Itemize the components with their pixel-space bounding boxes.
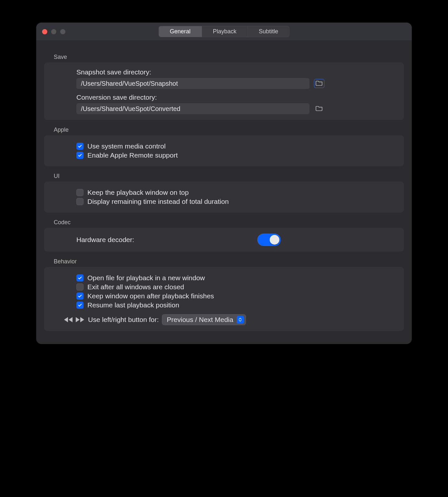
- content-area: Save Snapshot save directory: Conversion…: [36, 41, 412, 344]
- preferences-window: General Playback Subtitle Save Snapshot …: [36, 23, 412, 344]
- checkbox-keep-window-open[interactable]: [76, 293, 84, 300]
- lr-button-select[interactable]: Previous / Next Media: [162, 314, 246, 325]
- toggle-knob: [270, 235, 279, 245]
- hardware-decoder-toggle[interactable]: [257, 234, 281, 246]
- section-apple-label: Apple: [54, 127, 404, 133]
- fullscreen-button[interactable]: [60, 29, 65, 34]
- checkbox-label: Keep the playback window on top: [87, 189, 189, 196]
- rewind-icon: [63, 316, 73, 323]
- tab-general[interactable]: General: [159, 26, 202, 37]
- lr-button-value: Previous / Next Media: [167, 316, 233, 324]
- fast-forward-icon: [75, 316, 85, 323]
- checkmark-icon: [78, 144, 82, 149]
- checkbox-system-media-control[interactable]: [76, 143, 84, 150]
- checkbox-label: Display remaining time instead of total …: [87, 198, 229, 205]
- close-button[interactable]: [42, 29, 47, 34]
- section-save: Snapshot save directory: Conversion save…: [44, 62, 404, 120]
- checkbox-label: Use system media control: [87, 142, 166, 150]
- checkbox-remaining-time[interactable]: [76, 198, 84, 205]
- conversion-browse-button[interactable]: [314, 104, 324, 113]
- window-controls: [42, 29, 65, 34]
- checkbox-label: Keep window open after playback finishes: [87, 292, 214, 300]
- conversion-dir-label: Conversion save directory:: [76, 94, 395, 101]
- checkmark-icon: [78, 153, 82, 158]
- section-behavior: Open file for playback in a new window E…: [44, 267, 404, 331]
- section-behavior-label: Behavior: [54, 258, 404, 265]
- titlebar: General Playback Subtitle: [36, 23, 412, 41]
- checkbox-open-in-new-window[interactable]: [76, 274, 84, 282]
- section-codec-label: Codec: [54, 219, 404, 226]
- checkbox-apple-remote[interactable]: [76, 152, 84, 159]
- checkmark-icon: [78, 294, 82, 298]
- checkbox-label: Enable Apple Remote support: [87, 151, 178, 159]
- checkbox-window-on-top[interactable]: [76, 189, 84, 196]
- folder-icon: [316, 105, 323, 113]
- folder-icon: [316, 80, 323, 87]
- checkbox-label: Open file for playback in a new window: [87, 274, 205, 282]
- section-codec: Hardware decoder:: [44, 228, 404, 252]
- skip-arrows-icon: [63, 316, 85, 323]
- hardware-decoder-label: Hardware decoder:: [76, 236, 134, 244]
- checkbox-exit-after-close[interactable]: [76, 283, 84, 291]
- section-save-label: Save: [54, 54, 404, 61]
- snapshot-dir-label: Snapshot save directory:: [76, 68, 395, 76]
- tab-bar: General Playback Subtitle: [158, 26, 289, 37]
- checkbox-label: Resume last playback position: [87, 301, 179, 309]
- checkmark-icon: [78, 303, 82, 307]
- checkbox-label: Exit after all windows are closed: [87, 283, 184, 291]
- updown-icon: [237, 316, 244, 324]
- snapshot-dir-input[interactable]: [76, 78, 309, 89]
- section-apple: Use system media control Enable Apple Re…: [44, 135, 404, 166]
- checkbox-resume-position[interactable]: [76, 302, 84, 309]
- snapshot-browse-button[interactable]: [314, 79, 324, 88]
- section-ui-label: UI: [54, 173, 404, 180]
- checkmark-icon: [78, 276, 82, 280]
- lr-button-label: Use left/right button for:: [88, 316, 159, 324]
- conversion-dir-input[interactable]: [76, 103, 309, 114]
- tab-subtitle[interactable]: Subtitle: [248, 26, 289, 37]
- section-ui: Keep the playback window on top Display …: [44, 182, 404, 213]
- minimize-button[interactable]: [51, 29, 56, 34]
- tab-playback[interactable]: Playback: [202, 26, 248, 37]
